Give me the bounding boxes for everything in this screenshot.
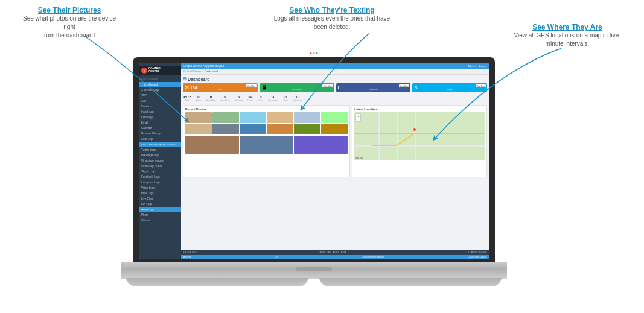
sidebar-media-section: Media Logs — [139, 207, 181, 212]
sidebar-item-imessage[interactable]: iMessage Logs — [139, 153, 181, 158]
map-panel: Latest Location — [352, 105, 487, 177]
facebook-icon: f — [338, 86, 339, 90]
photo-thumb[interactable] — [267, 124, 293, 134]
facebook-label: Facebook — [369, 89, 378, 91]
laptop-body: ✦ CONTROLCENTER LOG VIEWER Dashboard Dev… — [121, 57, 507, 292]
photo-thumb[interactable] — [321, 124, 348, 134]
laptop-base — [121, 262, 507, 279]
person-photo[interactable] — [185, 136, 239, 154]
android-label: Android — [183, 256, 191, 258]
number-line-chat: 0 Line Chat — [220, 95, 229, 101]
map-zoom-out[interactable]: − — [357, 118, 359, 121]
sidebar-item-email[interactable]: Email — [139, 120, 181, 125]
sms-label: SMS — [218, 89, 223, 91]
annotation-location-title: See Where They Are — [507, 23, 628, 31]
sidebar-item-bbm[interactable]: BBM Logs — [139, 191, 181, 196]
photo-thumb[interactable] — [240, 112, 266, 123]
sidebar-item-video-logs[interactable]: Video Logs — [139, 185, 181, 191]
map-area: + − Map data — [354, 112, 485, 160]
photo-thumb[interactable] — [212, 124, 239, 134]
photo-thumb[interactable] — [294, 124, 320, 134]
photo-thumb[interactable] — [185, 112, 212, 123]
annotation-texting: See Who They're Texting Logs all message… — [266, 6, 398, 31]
skype-badge[interactable]: View More — [476, 84, 486, 87]
photos-grid — [185, 112, 348, 134]
person-photo[interactable] — [240, 136, 293, 154]
sidebar-item-safe-logs[interactable]: Safe Logs — [139, 136, 181, 142]
recording-badge[interactable]: View More — [322, 84, 333, 87]
sidebar-item-twitter[interactable]: Twitter Logs — [139, 147, 181, 153]
photo-thumb[interactable] — [212, 112, 239, 123]
sidebar-dot — [141, 89, 143, 91]
annotation-texting-title: See Who They're Texting — [266, 6, 398, 14]
laptop-foot-right — [319, 278, 502, 286]
sidebar-item-install-app[interactable]: Install App — [139, 109, 181, 115]
nav-actions: Admin ▾ Logout — [468, 65, 486, 68]
annotation-location-text: View all GPS locations on a map in five-… — [507, 31, 628, 48]
sidebar-item-skype[interactable]: Skype Logs — [139, 169, 181, 174]
number-viber: 0 Viber — [283, 95, 288, 101]
phone-icon: 📱 — [261, 85, 267, 90]
screen-controls — [310, 52, 318, 54]
wifi-icon: ● WiFi — [318, 251, 324, 253]
page-content: ⊞ Dashboard ✉ 134 SMS View More — [181, 75, 489, 250]
annotation-texting-text: Logs all messages even the ones that hav… — [266, 14, 398, 31]
annotation-pictures: See Their Pictures See what photos on ar… — [18, 6, 121, 40]
photo-thumb[interactable] — [294, 112, 320, 123]
sidebar-item-open-app[interactable]: Open App — [139, 115, 181, 120]
photo-thumb[interactable] — [267, 112, 293, 123]
sidebar-item-whatsapp-nudes[interactable]: WhatsApp Nudes — [139, 163, 181, 169]
person-strip — [185, 136, 348, 154]
sidebar-item-sms[interactable]: SMS — [139, 93, 181, 98]
main-content: Unique License Key protects your Admin ▾… — [181, 63, 489, 259]
sidebar-item-photo[interactable]: Photo — [139, 212, 181, 218]
nav-unique-license: Unique License Key protects your — [183, 65, 224, 68]
number-video: 0 Video — [196, 95, 201, 101]
breadcrumb-current: Dashboard — [205, 70, 218, 73]
page-title: ⊞ Dashboard — [183, 77, 487, 81]
photo-thumb[interactable] — [240, 124, 266, 134]
ios-label: iOS — [275, 256, 278, 258]
sms-badge[interactable]: View More — [246, 84, 257, 87]
photo-thumb[interactable] — [321, 112, 348, 123]
maximize-dot — [316, 52, 318, 54]
breadcrumb: Control Center › Dashboard — [181, 69, 489, 75]
laptop-screen: ✦ CONTROLCENTER LOG VIEWER Dashboard Dev… — [139, 63, 489, 259]
laptop-screen-bezel: ✦ CONTROLCENTER LOG VIEWER Dashboard Dev… — [133, 57, 495, 262]
breadcrumb-home[interactable]: Control Center — [183, 70, 201, 73]
nav-logout[interactable]: Logout — [479, 65, 486, 68]
sidebar-item-live-chat[interactable]: Live Chat — [139, 196, 181, 201]
sidebar-item-device-logs[interactable]: Device Logs — [139, 87, 181, 93]
sidebar-item-instagram[interactable]: Instagram Logs — [139, 180, 181, 185]
person-photo[interactable] — [294, 136, 348, 154]
facebook-badge[interactable]: View More — [399, 84, 409, 87]
photo-thumb[interactable] — [185, 124, 212, 134]
sidebar-item-dashboard[interactable]: Dashboard — [139, 82, 181, 87]
sidebar-item-call[interactable]: Call — [139, 98, 181, 104]
device-model: Unknown Device/Model — [362, 256, 384, 258]
number-whatsapp: 0 WhatsApp — [206, 95, 215, 101]
sidebar-item-whatsapp-images[interactable]: WhatsApp Images — [139, 158, 181, 163]
dashboard: ✦ CONTROLCENTER LOG VIEWER Dashboard Dev… — [139, 63, 489, 259]
sidebar-dot — [141, 84, 143, 86]
stat-cards: ✉ 134 SMS View More 📱 Recording View Mor… — [183, 83, 487, 92]
sidebar-section-log-viewer: LOG VIEWER — [139, 75, 181, 82]
minimize-dot — [313, 52, 315, 54]
sidebar-section-social: CAPTURE SOCIAL FILE LOGS — [139, 142, 181, 147]
nav-admin[interactable]: Admin ▾ — [468, 65, 476, 68]
sidebar-item-kik[interactable]: KIK Logs — [139, 201, 181, 207]
status-storage: 4 GB Free of 16 GB — [468, 251, 486, 253]
sidebar-item-contacts[interactable]: Contacts — [139, 104, 181, 109]
sidebar-item-browser-history[interactable]: Browser History — [139, 131, 181, 136]
photos-panel: Recent Photos — [183, 105, 350, 177]
laptop-foot-left — [126, 278, 308, 286]
sidebar-item-videos[interactable]: Videos — [139, 218, 181, 223]
content-grid: Recent Photos — [183, 105, 487, 177]
stat-card-sms: ✉ 134 SMS View More — [183, 83, 258, 92]
recording-label: Recording — [292, 89, 302, 91]
sidebar-item-facebook[interactable]: Facebook Logs — [139, 174, 181, 180]
number-omessage: 3 Omessage — [268, 95, 278, 101]
sidebar-item-calendar[interactable]: Calendar — [139, 125, 181, 131]
logo-text: CONTROLCENTER — [148, 68, 162, 74]
dashboard-icon: ⊞ — [183, 77, 187, 81]
